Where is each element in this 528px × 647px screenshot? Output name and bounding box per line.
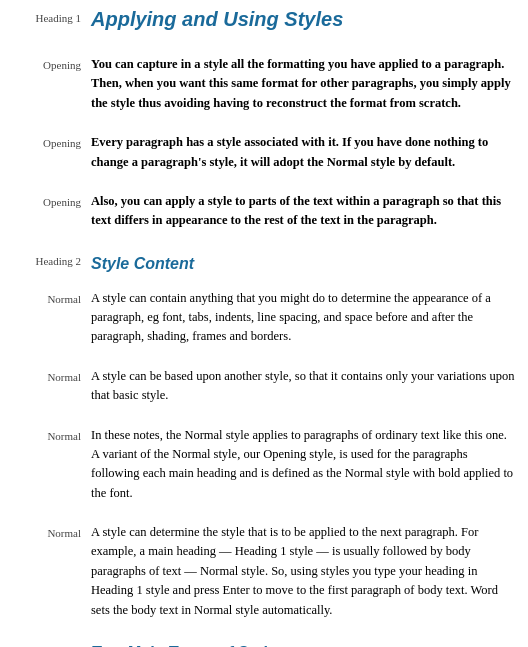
opening3-text: Also, you can apply a style to parts of … bbox=[91, 192, 516, 231]
opening3-row: Opening Also, you can apply a style to p… bbox=[16, 192, 516, 251]
page-container: Heading 1 Applying and Using Styles Open… bbox=[0, 0, 528, 647]
normal4-row: Normal A style can determine the style t… bbox=[16, 523, 516, 640]
opening1-content: You can capture in a style all the forma… bbox=[91, 55, 516, 133]
heading2b-row: Heading 2 Two Main Types of Styles bbox=[16, 640, 516, 647]
sidebar-label-heading2a: Heading 2 bbox=[16, 251, 91, 289]
opening1-text: You can capture in a style all the forma… bbox=[91, 55, 516, 113]
heading2a-row: Heading 2 Style Content bbox=[16, 251, 516, 289]
sidebar-label-opening1: Opening bbox=[16, 55, 91, 133]
sidebar-label-heading1: Heading 1 bbox=[16, 8, 91, 55]
heading2b-content: Two Main Types of Styles bbox=[91, 640, 516, 647]
opening2-content: Every paragraph has a style associated w… bbox=[91, 133, 516, 192]
sidebar-label-normal2: Normal bbox=[16, 367, 91, 426]
sidebar-label-opening3: Opening bbox=[16, 192, 91, 251]
page-title: Applying and Using Styles bbox=[91, 8, 516, 31]
main-content: Heading 1 Applying and Using Styles Open… bbox=[0, 0, 528, 647]
normal3-text: In these notes, the Normal style applies… bbox=[91, 426, 516, 504]
normal3-row: Normal In these notes, the Normal style … bbox=[16, 426, 516, 524]
opening3-content: Also, you can apply a style to parts of … bbox=[91, 192, 516, 251]
normal4-content: A style can determine the style that is … bbox=[91, 523, 516, 640]
normal2-row: Normal A style can be based upon another… bbox=[16, 367, 516, 426]
heading1-row: Heading 1 Applying and Using Styles bbox=[16, 8, 516, 55]
sidebar-label-normal3: Normal bbox=[16, 426, 91, 524]
normal1-row: Normal A style can contain anything that… bbox=[16, 289, 516, 367]
sidebar-label-normal1: Normal bbox=[16, 289, 91, 367]
sidebar-label-normal4: Normal bbox=[16, 523, 91, 640]
sidebar-label-opening2: Opening bbox=[16, 133, 91, 192]
opening2-row: Opening Every paragraph has a style asso… bbox=[16, 133, 516, 192]
normal1-content: A style can contain anything that you mi… bbox=[91, 289, 516, 367]
normal1-text: A style can contain anything that you mi… bbox=[91, 289, 516, 347]
normal2-text: A style can be based upon another style,… bbox=[91, 367, 516, 406]
style-content-heading: Style Content bbox=[91, 255, 516, 273]
normal3-content: In these notes, the Normal style applies… bbox=[91, 426, 516, 524]
opening2-text: Every paragraph has a style associated w… bbox=[91, 133, 516, 172]
heading1-content: Applying and Using Styles bbox=[91, 8, 516, 55]
normal2-content: A style can be based upon another style,… bbox=[91, 367, 516, 426]
opening1-row: Opening You can capture in a style all t… bbox=[16, 55, 516, 133]
normal4-text: A style can determine the style that is … bbox=[91, 523, 516, 620]
heading2a-content: Style Content bbox=[91, 251, 516, 289]
sidebar-label-heading2b: Heading 2 bbox=[16, 640, 91, 647]
